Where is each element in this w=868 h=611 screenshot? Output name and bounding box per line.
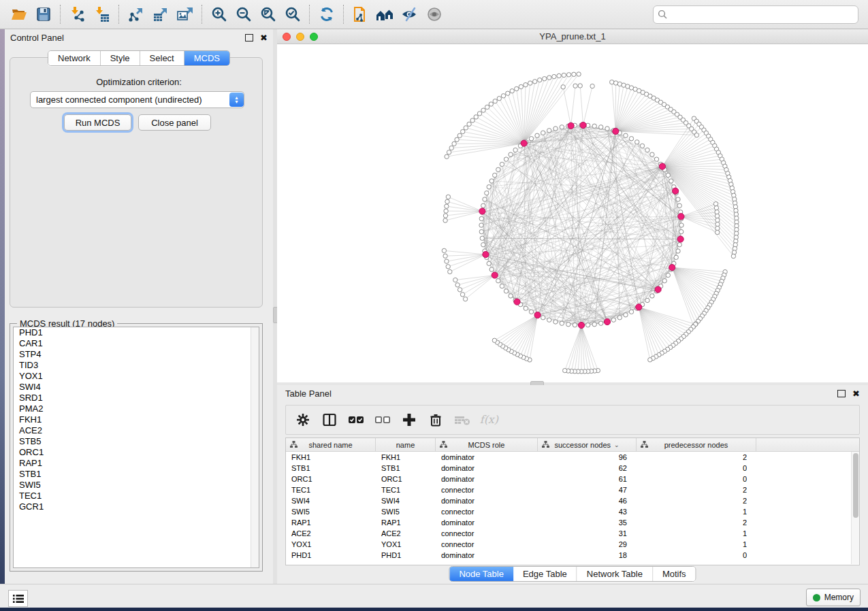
table-cell[interactable]: 35 (538, 517, 637, 528)
mcds-hub-node[interactable] (669, 265, 675, 271)
zoom-fit-icon[interactable] (256, 3, 280, 26)
export-image-icon[interactable] (173, 3, 197, 26)
network-node[interactable] (599, 321, 603, 325)
table-cell[interactable]: SWI4 (286, 495, 376, 506)
network-node[interactable] (455, 137, 459, 142)
mcds-hub-node[interactable] (604, 318, 610, 325)
network-node[interactable] (635, 140, 639, 144)
network-node[interactable] (445, 199, 449, 203)
network-node[interactable] (493, 99, 497, 103)
network-node[interactable] (449, 146, 453, 150)
table-cell[interactable]: 2 (637, 452, 756, 463)
float-panel-icon[interactable] (837, 390, 846, 397)
table-cell[interactable]: 46 (538, 495, 637, 506)
network-node[interactable] (529, 137, 533, 141)
first-neighbors-icon[interactable] (373, 3, 398, 26)
table-row[interactable]: STB1STB1dominator620 (286, 463, 859, 474)
network-node[interactable] (674, 255, 678, 259)
mcds-hub-node[interactable] (521, 140, 527, 146)
close-panel-button[interactable]: Close panel (138, 114, 211, 131)
table-cell[interactable]: 0 (637, 474, 756, 484)
table-cell[interactable]: YOX1 (376, 539, 436, 550)
network-node[interactable] (467, 122, 471, 126)
network-node[interactable] (483, 197, 487, 201)
table-cell[interactable]: 29 (538, 539, 637, 550)
network-node[interactable] (453, 278, 457, 282)
table-cell[interactable]: FKH1 (376, 452, 436, 463)
mcds-result-item[interactable]: STB5 (14, 436, 259, 447)
network-node[interactable] (489, 179, 494, 183)
network-node[interactable] (496, 167, 500, 171)
table-row[interactable]: TEC1TEC1connector472 (286, 484, 859, 495)
table-cell[interactable]: 2 (637, 517, 756, 528)
table-row[interactable]: SWI5SWI5connector431 (286, 506, 859, 517)
tab-mcds[interactable]: MCDS (184, 51, 229, 65)
mcds-result-item[interactable]: STP4 (14, 349, 259, 360)
network-node[interactable] (541, 131, 545, 135)
network-node[interactable] (577, 72, 581, 76)
network-node[interactable] (485, 191, 489, 195)
table-row[interactable]: ACE2ACE2connector311 (286, 528, 859, 539)
save-session-icon[interactable] (31, 3, 56, 26)
close-panel-icon[interactable]: ✖ (260, 33, 268, 42)
table-cell[interactable]: dominator (436, 463, 538, 474)
column-header-successor-nodes[interactable]: successor nodes⌄ (538, 438, 637, 451)
network-node[interactable] (463, 297, 467, 301)
network-node[interactable] (470, 118, 475, 122)
table-cell[interactable]: ACE2 (376, 528, 436, 539)
network-node[interactable] (510, 89, 514, 93)
export-table-icon[interactable] (148, 3, 173, 26)
mcds-hub-node[interactable] (659, 163, 665, 169)
gear-icon[interactable] (293, 410, 313, 430)
criterion-dropdown[interactable]: largest connected component (undirected)… (30, 91, 244, 108)
network-node[interactable] (553, 320, 558, 324)
refresh-icon[interactable] (315, 3, 339, 26)
network-node[interactable] (489, 267, 494, 271)
network-node[interactable] (446, 265, 450, 269)
tab-node-table[interactable]: Node Table (449, 567, 513, 581)
run-mcds-button[interactable]: Run MCDS (64, 114, 131, 131)
network-node[interactable] (457, 288, 462, 292)
network-node[interactable] (650, 152, 654, 156)
mcds-result-item[interactable]: GCR1 (14, 501, 259, 512)
search-input[interactable] (671, 9, 854, 20)
table-cell[interactable]: RAP1 (286, 517, 376, 528)
network-node[interactable] (560, 125, 564, 129)
table-cell[interactable]: 47 (538, 484, 637, 495)
network-node[interactable] (479, 216, 483, 220)
network-node[interactable] (645, 148, 649, 152)
network-node[interactable] (504, 157, 508, 161)
open-session-icon[interactable] (7, 3, 31, 26)
mcds-hub-node[interactable] (568, 122, 574, 129)
network-node[interactable] (547, 76, 551, 80)
table-cell[interactable]: SWI5 (376, 506, 436, 517)
table-cell[interactable]: STB1 (376, 463, 436, 474)
mcds-hub-node[interactable] (514, 299, 520, 305)
network-node[interactable] (552, 74, 556, 78)
network-node[interactable] (500, 284, 504, 288)
table-cell[interactable]: YOX1 (286, 539, 376, 550)
mcds-hub-node[interactable] (580, 122, 586, 128)
table-cell[interactable]: 62 (538, 463, 637, 474)
network-node[interactable] (533, 80, 537, 84)
network-node[interactable] (528, 81, 532, 85)
mcds-hub-node[interactable] (677, 236, 684, 242)
mcds-hub-node[interactable] (673, 188, 679, 194)
network-node[interactable] (500, 162, 504, 166)
network-node[interactable] (443, 218, 447, 222)
network-node[interactable] (480, 236, 484, 240)
table-row[interactable]: YOX1YOX1connector291 (286, 539, 859, 550)
network-node[interactable] (650, 294, 654, 298)
deselect-all-icon[interactable] (372, 410, 393, 430)
network-node[interactable] (713, 202, 718, 206)
network-node[interactable] (509, 294, 513, 298)
network-node[interactable] (640, 144, 644, 148)
network-node[interactable] (460, 293, 464, 297)
network-node[interactable] (654, 157, 658, 161)
network-node[interactable] (461, 129, 465, 133)
network-node[interactable] (666, 273, 670, 277)
network-node[interactable] (445, 154, 449, 159)
mcds-result-item[interactable]: CAR1 (14, 338, 259, 349)
table-cell[interactable]: dominator (436, 495, 538, 506)
network-node[interactable] (541, 316, 545, 320)
